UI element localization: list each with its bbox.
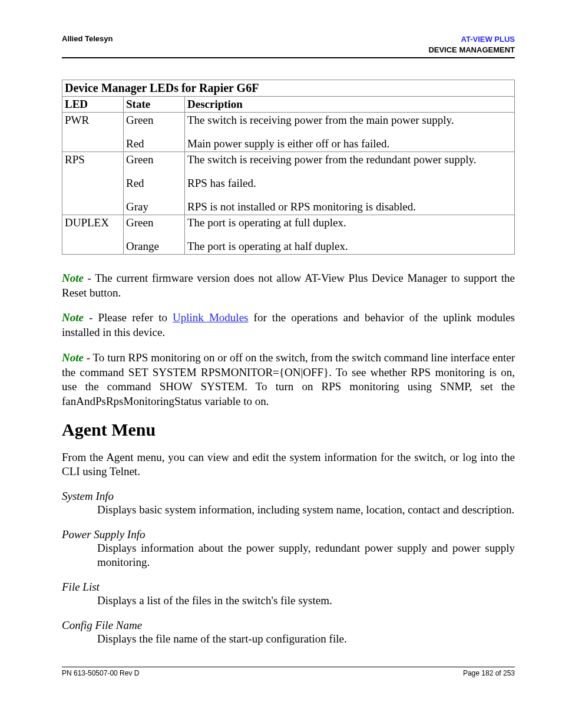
note-3: Note - To turn RPS monitoring on or off … bbox=[62, 351, 515, 409]
menu-def: Displays information about the power sup… bbox=[97, 541, 515, 570]
cell-desc: The switch is receiving power from the m… bbox=[185, 113, 515, 152]
menu-term: System Info bbox=[62, 490, 515, 503]
page-header: Allied Telesyn AT-VIEW PLUS DEVICE MANAG… bbox=[62, 34, 515, 58]
col-state: State bbox=[124, 97, 185, 113]
cell-state: Green Orange bbox=[124, 215, 185, 255]
footer-right: Page 182 of 253 bbox=[463, 669, 515, 677]
footer-left: PN 613-50507-00 Rev D bbox=[62, 669, 139, 677]
col-desc: Description bbox=[185, 97, 515, 113]
table-row: RPS Green Red Gray The switch is receivi… bbox=[62, 152, 515, 215]
table-row: DUPLEX Green Orange The port is operatin… bbox=[62, 215, 515, 255]
cell-state: Green Red Gray bbox=[124, 152, 185, 215]
menu-def: Displays basic system information, inclu… bbox=[97, 503, 515, 518]
cell-desc: The switch is receiving power from the r… bbox=[185, 152, 515, 215]
header-section: DEVICE MANAGEMENT bbox=[428, 45, 515, 54]
note-2: Note - Please refer to Uplink Modules fo… bbox=[62, 311, 515, 340]
header-left: Allied Telesyn bbox=[62, 34, 113, 43]
menu-term: Power Supply Info bbox=[62, 528, 515, 541]
cell-led: RPS bbox=[62, 152, 124, 215]
header-product: AT-VIEW PLUS bbox=[461, 35, 515, 44]
uplink-modules-link[interactable]: Uplink Modules bbox=[173, 311, 248, 324]
note-label: Note bbox=[62, 272, 84, 284]
menu-term: Config File Name bbox=[62, 619, 515, 632]
page-footer: PN 613-50507-00 Rev D Page 182 of 253 bbox=[62, 667, 515, 677]
table-row: PWR Green Red The switch is receiving po… bbox=[62, 113, 515, 152]
note-label: Note bbox=[62, 351, 84, 364]
section-heading: Agent Menu bbox=[62, 420, 515, 440]
note-label: Note bbox=[62, 311, 84, 324]
table-title: Device Manager LEDs for Rapier G6F bbox=[62, 80, 515, 97]
cell-state: Green Red bbox=[124, 113, 185, 152]
menu-def: Displays the file name of the start-up c… bbox=[97, 632, 515, 647]
col-led: LED bbox=[62, 97, 124, 113]
menu-def: Displays a list of the files in the swit… bbox=[97, 594, 515, 608]
cell-desc: The port is operating at full duplex. Th… bbox=[185, 215, 515, 255]
note-1: Note - The current firmware version does… bbox=[62, 271, 515, 300]
led-table: Device Manager LEDs for Rapier G6F LED S… bbox=[62, 80, 515, 255]
page: Allied Telesyn AT-VIEW PLUS DEVICE MANAG… bbox=[0, 0, 562, 728]
cell-led: PWR bbox=[62, 113, 124, 152]
menu-term: File List bbox=[62, 581, 515, 594]
section-intro: From the Agent menu, you can view and ed… bbox=[62, 450, 515, 479]
cell-led: DUPLEX bbox=[62, 215, 124, 255]
header-right: AT-VIEW PLUS DEVICE MANAGEMENT bbox=[428, 34, 515, 55]
